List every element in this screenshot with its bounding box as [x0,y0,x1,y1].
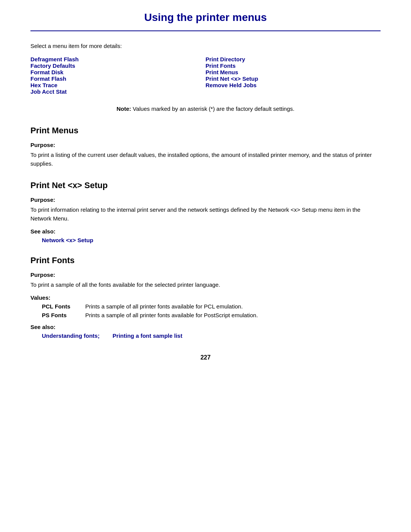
remove-held-jobs-link[interactable]: Remove Held Jobs [206,82,256,88]
job-acct-stat-link[interactable]: Job Acct Stat [30,88,67,95]
menu-links-left: Defragment Flash Factory Defaults Format… [30,56,206,95]
list-item[interactable]: Factory Defaults [30,62,206,69]
value-row-ps: PS Fonts Prints a sample of all printer … [42,312,381,318]
print-directory-link[interactable]: Print Directory [206,56,245,62]
list-item[interactable]: Print Directory [206,56,381,62]
list-item[interactable]: Defragment Flash [30,56,206,62]
list-item[interactable]: Format Disk [30,69,206,75]
list-item[interactable]: Hex Trace [30,82,206,88]
page-title: Using the printer menus [30,11,381,24]
hex-trace-link[interactable]: Hex Trace [30,82,57,88]
list-item[interactable]: Format Flash [30,75,206,82]
print-menus-link[interactable]: Print Menus [206,69,238,75]
see-also-separator: ; [98,332,101,339]
list-item[interactable]: Job Acct Stat [30,88,206,95]
list-item[interactable]: Remove Held Jobs [206,82,381,88]
list-item[interactable]: Print Menus [206,69,381,75]
printing-font-sample-link[interactable]: Printing a font sample list [113,332,182,339]
print-fonts-see-also: See also: Understanding fonts; Printing … [30,324,381,339]
print-menus-heading: Print Menus [30,126,381,136]
print-menus-purpose-label: Purpose: [30,142,381,148]
print-fonts-purpose-text: To print a sample of all the fonts avail… [30,280,381,289]
print-fonts-values-label: Values: [30,294,381,301]
print-net-setup-link[interactable]: Print Net <x> Setup [206,75,258,82]
defragment-flash-link[interactable]: Defragment Flash [30,56,79,62]
note-box: Note: Values marked by an asterisk (*) a… [30,105,381,112]
print-menus-purpose-text: To print a listing of the current user d… [30,150,381,168]
page-number: 227 [30,354,381,361]
print-fonts-see-also-label: See also: [30,324,381,330]
ps-fonts-name: PS Fonts [42,312,76,318]
menu-links-grid: Defragment Flash Factory Defaults Format… [30,56,381,95]
section-print-net-setup: Print Net <x> Setup Purpose: To print in… [30,181,381,244]
note-text: Values marked by an asterisk (*) are the… [131,105,295,112]
print-net-setup-see-also-label: See also: [30,228,381,235]
list-item[interactable]: Print Fonts [206,62,381,69]
section-print-fonts: Print Fonts Purpose: To print a sample o… [30,256,381,339]
print-net-setup-purpose-label: Purpose: [30,197,381,203]
print-fonts-heading: Print Fonts [30,256,381,265]
print-net-setup-heading: Print Net <x> Setup [30,181,381,190]
format-flash-link[interactable]: Format Flash [30,75,66,82]
format-disk-link[interactable]: Format Disk [30,69,64,75]
menu-links-right: Print Directory Print Fonts Print Menus … [206,56,381,95]
note-label: Note: [116,105,131,112]
print-fonts-purpose-label: Purpose: [30,272,381,278]
ps-fonts-desc: Prints a sample of all printer fonts ava… [85,312,381,318]
pcl-fonts-name: PCL Fonts [42,303,76,310]
page-title-container: Using the printer menus [30,0,381,31]
pcl-fonts-desc: Prints a sample of all printer fonts ava… [85,303,381,310]
print-fonts-link[interactable]: Print Fonts [206,62,236,69]
factory-defaults-link[interactable]: Factory Defaults [30,62,75,69]
understanding-fonts-link[interactable]: Understanding fonts [42,332,98,339]
intro-text: Select a menu item for more details: [30,43,381,49]
print-net-setup-purpose-text: To print information relating to the int… [30,205,381,223]
values-table: PCL Fonts Prints a sample of all printer… [42,303,381,318]
value-row-pcl: PCL Fonts Prints a sample of all printer… [42,303,381,310]
print-net-setup-see-also: See also: Network <x> Setup [30,228,381,243]
network-x-setup-link[interactable]: Network <x> Setup [42,237,381,243]
section-print-menus: Print Menus Purpose: To print a listing … [30,126,381,168]
list-item[interactable]: Print Net <x> Setup [206,75,381,82]
